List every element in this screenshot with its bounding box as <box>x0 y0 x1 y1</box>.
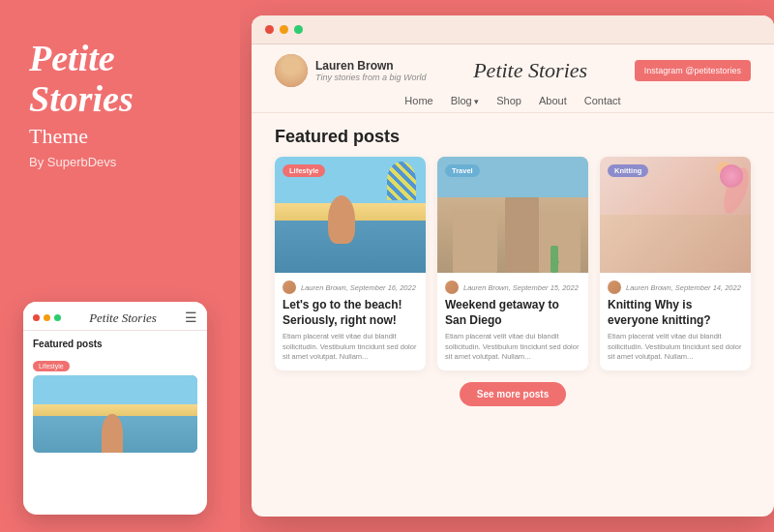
posts-grid: Lifestyle Lauren Brown, September 16, 20… <box>275 157 751 370</box>
author-text: Lauren Brown Tiny stories from a big Wor… <box>315 59 426 82</box>
post-badge-knitting: Knitting <box>608 164 648 177</box>
author-name: Lauren Brown <box>315 59 426 73</box>
post-meta-avatar <box>283 281 296 294</box>
nav-blog[interactable]: Blog <box>451 95 480 106</box>
mobile-dot-green <box>54 314 61 321</box>
post-meta-text-travel: Lauren Brown, September 15, 2022 <box>463 283 579 292</box>
post-meta-text-beach: Lauren Brown, September 16, 2022 <box>301 283 416 292</box>
mobile-dot-yellow <box>44 314 50 321</box>
post-meta-travel: Lauren Brown, September 15, 2022 <box>445 281 580 294</box>
post-title-beach: Let's go to the beach! Seriously, right … <box>283 298 418 328</box>
mobile-hamburger-icon[interactable]: ☰ <box>185 310 197 326</box>
nav-home[interactable]: Home <box>404 95 432 106</box>
mobile-content: Featured posts Lifestyle <box>23 331 207 460</box>
mobile-dot-red <box>33 314 40 321</box>
browser-chrome <box>252 15 774 44</box>
post-card-travel[interactable]: Travel Lauren Brown, September 15, 2022 … <box>437 157 588 370</box>
post-title-travel: Weekend getaway to San Diego <box>445 298 580 328</box>
left-panel: Petite Stories Theme By SuperbDevs Petit… <box>0 0 240 532</box>
blog-header: Lauren Brown Tiny stories from a big Wor… <box>252 44 774 87</box>
post-meta-avatar-travel <box>445 281 459 294</box>
post-body-travel: Lauren Brown, September 15, 2022 Weekend… <box>437 273 588 370</box>
see-more-row: See more posts <box>275 382 751 406</box>
post-excerpt-knitting: Etiam placerat velit vitae dui blandit s… <box>608 332 743 363</box>
blog-title: Petite Stories <box>473 58 587 83</box>
nav-about[interactable]: About <box>539 95 567 106</box>
mobile-window-dots <box>33 314 61 321</box>
instagram-button[interactable]: Instagram @petitestories <box>635 60 751 81</box>
post-excerpt-beach: Etiam placerat velit vitae dui blandit s… <box>283 332 418 363</box>
post-image-knitting: Knitting <box>600 157 751 273</box>
author-info: Lauren Brown Tiny stories from a big Wor… <box>275 54 426 87</box>
post-body-knitting: Lauren Brown, September 14, 2022 Knittin… <box>600 273 751 370</box>
brand-by: By SuperbDevs <box>29 155 116 169</box>
browser-window: Lauren Brown Tiny stories from a big Wor… <box>252 15 774 517</box>
post-meta-avatar-knitting <box>608 281 621 294</box>
post-image-travel: Travel <box>437 157 588 273</box>
see-more-button[interactable]: See more posts <box>460 382 566 406</box>
mobile-lifestyle-badge: Lifestyle <box>33 361 70 371</box>
post-card-beach[interactable]: Lifestyle Lauren Brown, September 16, 20… <box>275 157 426 370</box>
browser-dot-red[interactable] <box>265 25 274 34</box>
post-badge-lifestyle: Lifestyle <box>283 164 325 177</box>
nav-shop[interactable]: Shop <box>496 95 521 106</box>
avatar <box>275 54 308 87</box>
post-badge-travel: Travel <box>445 164 480 177</box>
post-excerpt-travel: Etiam placerat velit vitae dui blandit s… <box>445 332 580 363</box>
featured-posts-title: Featured posts <box>275 127 751 147</box>
mobile-preview-card: Petite Stories ☰ Featured posts Lifestyl… <box>23 302 207 515</box>
blog-content: Featured posts Lifestyle Lauren Brown, S… <box>252 113 774 416</box>
blog-nav: Home Blog Shop About Contact <box>252 87 774 113</box>
brand-subtitle: Theme <box>29 124 88 149</box>
mobile-blog-logo: Petite Stories <box>89 310 157 326</box>
post-card-knitting[interactable]: Knitting Lauren Brown, September 14, 202… <box>600 157 751 370</box>
mobile-top-bar: Petite Stories ☰ <box>23 302 207 331</box>
post-meta-knitting: Lauren Brown, September 14, 2022 <box>608 281 743 294</box>
post-title-knitting: Knitting Why is everyone knitting? <box>608 298 743 328</box>
brand-title: Petite Stories <box>29 39 217 120</box>
mobile-post-image <box>33 375 197 453</box>
author-tagline: Tiny stories from a big World <box>315 73 426 82</box>
mobile-featured-label: Featured posts <box>33 339 197 349</box>
post-meta-text-knitting: Lauren Brown, September 14, 2022 <box>626 283 741 292</box>
post-meta-beach: Lauren Brown, September 16, 2022 <box>283 281 418 294</box>
post-body-beach: Lauren Brown, September 16, 2022 Let's g… <box>275 273 426 370</box>
nav-contact[interactable]: Contact <box>584 95 621 106</box>
browser-dot-yellow[interactable] <box>280 25 288 34</box>
browser-dot-green[interactable] <box>294 25 303 34</box>
post-image-beach: Lifestyle <box>275 157 426 273</box>
